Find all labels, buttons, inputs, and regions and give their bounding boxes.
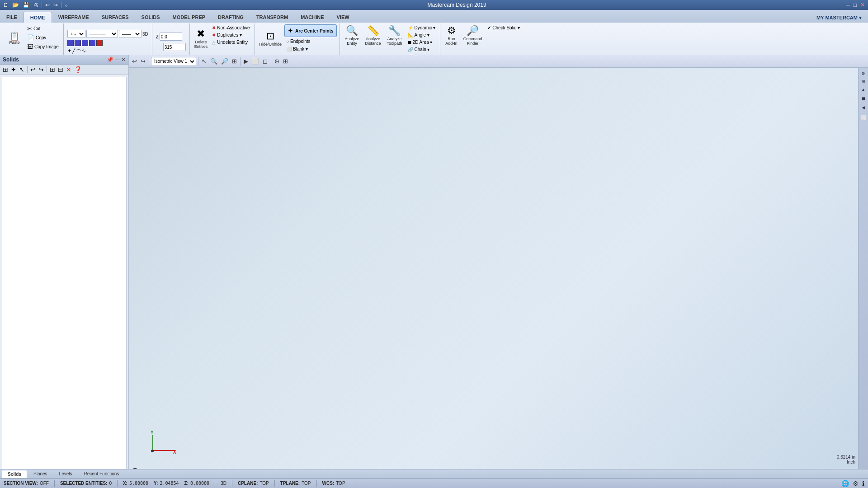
color-swatch-2[interactable] bbox=[75, 40, 81, 46]
right-panel-btn-6[interactable]: ⬜ bbox=[860, 113, 866, 122]
panel-tool-add[interactable]: ✦ bbox=[10, 66, 17, 74]
tab-transform[interactable]: TRANSFORM bbox=[250, 12, 294, 23]
duplicates-button[interactable]: ✖ Duplicates ▾ bbox=[210, 32, 251, 38]
panel-tool-help[interactable]: ❓ bbox=[73, 66, 83, 74]
tab-solids[interactable]: Solids bbox=[2, 470, 27, 478]
arc-center-points-button[interactable]: ✦ Arc Center Points bbox=[284, 24, 336, 37]
plus-minus-select[interactable]: + - bbox=[67, 30, 85, 38]
minimize-btn[interactable]: ─ bbox=[844, 2, 851, 8]
qat-undo[interactable]: ↩ bbox=[44, 2, 51, 8]
tab-model-prep[interactable]: MODEL PREP bbox=[166, 12, 212, 23]
toolbar-shading[interactable]: ⬜ bbox=[250, 57, 260, 66]
toolbar-zoom-in[interactable]: 🔍 bbox=[209, 57, 219, 66]
right-panel-btn-2[interactable]: ⊞ bbox=[860, 79, 866, 85]
paste-button[interactable]: 📋 Paste bbox=[5, 24, 24, 52]
tab-drafting[interactable]: DRAFTING bbox=[212, 12, 250, 23]
tab-home[interactable]: HOME bbox=[24, 12, 52, 23]
settings-icon[interactable]: ⚙ bbox=[853, 480, 859, 487]
tab-recent-functions[interactable]: Recent Functions bbox=[79, 470, 125, 478]
qat-misc[interactable]: ⬦ bbox=[63, 2, 69, 8]
command-finder-button[interactable]: 🔎 CommandFinder bbox=[461, 24, 485, 47]
copy-image-button[interactable]: 🖼 Copy Image bbox=[25, 42, 61, 51]
panel-tool-contract[interactable]: ⊟ bbox=[57, 66, 64, 74]
right-panel-btn-4[interactable]: ◼ bbox=[860, 95, 866, 103]
my-mastercam-btn[interactable]: MY MASTERCAM ▾ bbox=[810, 13, 868, 23]
toolbar-zoom-out[interactable]: 🔎 bbox=[220, 57, 230, 66]
toolbar-grid[interactable]: ⊞ bbox=[282, 57, 289, 66]
right-panel-btn-5[interactable]: ▶ bbox=[860, 104, 866, 112]
qat-save[interactable]: 💾 bbox=[21, 2, 31, 8]
maximize-btn[interactable]: □ bbox=[852, 2, 858, 8]
blank-button[interactable]: ⬜ Blank ▾ bbox=[284, 46, 336, 52]
line-width-select[interactable]: —— bbox=[119, 30, 142, 38]
paste-label: Paste bbox=[9, 41, 19, 45]
chain-button[interactable]: 🔗 Chain ▾ bbox=[406, 46, 438, 53]
panel-tool-select[interactable]: ⊞ bbox=[2, 66, 9, 74]
panel-pin-btn[interactable]: 📌 bbox=[107, 56, 113, 63]
copy-label: Copy bbox=[36, 35, 46, 40]
panel-tool-undo[interactable]: ↩ bbox=[29, 66, 37, 74]
viewport[interactable]: Y X Top 0.6214 in Inch bbox=[129, 68, 868, 478]
second-input[interactable] bbox=[163, 43, 186, 51]
toolbar-fit[interactable]: ⊞ bbox=[231, 57, 238, 66]
tab-levels[interactable]: Levels bbox=[54, 470, 78, 478]
non-associative-button[interactable]: ✖ Non-Associative bbox=[210, 24, 251, 31]
z-input[interactable] bbox=[160, 33, 182, 41]
panel-tool-cursor[interactable]: ↖ bbox=[18, 66, 25, 74]
close-btn[interactable]: ✕ bbox=[859, 2, 866, 8]
toolbar-select[interactable]: ↖ bbox=[200, 57, 208, 66]
delete-entities-button[interactable]: ✖ DeleteEntities bbox=[193, 24, 210, 52]
color-swatch-4[interactable] bbox=[89, 40, 95, 46]
info-icon[interactable]: ℹ bbox=[862, 480, 864, 487]
analyze-distance-button[interactable]: 📏 AnalyzeDistance bbox=[363, 24, 383, 47]
color-swatch-1[interactable] bbox=[67, 40, 74, 46]
copy-button[interactable]: 📄 Copy bbox=[25, 33, 61, 42]
right-panel-btn-1[interactable]: ⚙ bbox=[860, 70, 866, 77]
color-swatch-3[interactable] bbox=[82, 40, 88, 46]
panel-tool-cancel[interactable]: ✕ bbox=[65, 66, 72, 74]
run-add-in-button[interactable]: ⚙ RunAdd-In bbox=[443, 24, 460, 47]
tab-solids[interactable]: SOLIDS bbox=[135, 12, 166, 23]
toolbar-snap[interactable]: ⊕ bbox=[273, 57, 281, 66]
y-coord-status: Y: 2.04854 bbox=[154, 481, 179, 486]
wcs-label: WCS: bbox=[322, 481, 335, 486]
panel-close-btn[interactable]: ✕ bbox=[121, 56, 126, 63]
endpoints-button[interactable]: ○ Endpoints bbox=[284, 38, 336, 45]
tab-machine[interactable]: MACHINE bbox=[294, 12, 330, 23]
tab-view[interactable]: VIEW bbox=[330, 12, 356, 23]
tab-file[interactable]: FILE bbox=[0, 12, 24, 23]
attributes-row-1: + - ───── —— 3D bbox=[67, 30, 148, 38]
undelete-icon: △ bbox=[212, 40, 216, 45]
line-style-select[interactable]: ───── bbox=[86, 30, 118, 38]
qat-open[interactable]: 📂 bbox=[11, 2, 20, 8]
cut-button[interactable]: ✂ Cut bbox=[25, 24, 61, 33]
toolbar-render[interactable]: ▶ bbox=[242, 57, 250, 66]
panel-tool-expand[interactable]: ⊞ bbox=[49, 66, 56, 74]
toolbar-view-select[interactable]: Isometric View 1 Top bbox=[151, 57, 196, 66]
qat-print[interactable]: 🖨 bbox=[32, 2, 40, 8]
tab-planes[interactable]: Planes bbox=[28, 470, 53, 478]
right-panel-btn-3[interactable]: ▼ bbox=[860, 86, 866, 94]
qat-new[interactable]: 🗋 bbox=[2, 2, 10, 8]
globe-icon[interactable]: 🌐 bbox=[841, 480, 849, 487]
tplane-label: TPLANE: bbox=[280, 481, 300, 486]
check-solid-button[interactable]: ✔ Check Solid ▾ bbox=[486, 24, 522, 31]
qat-redo[interactable]: ↪ bbox=[52, 2, 59, 8]
tab-surfaces[interactable]: SURFACES bbox=[95, 12, 135, 23]
2d-area-button[interactable]: ◼ 2D Area ▾ bbox=[406, 39, 438, 46]
analyze-toolpath-button[interactable]: 🔧 AnalyzeToolpath bbox=[385, 24, 405, 47]
color-swatch-5[interactable] bbox=[96, 40, 103, 46]
2d-area-icon: ◼ bbox=[408, 40, 411, 45]
tab-wireframe[interactable]: WIREFRAME bbox=[52, 12, 95, 23]
toolbar-redo[interactable]: ↪ bbox=[139, 57, 147, 66]
undelete-button[interactable]: △ Undelete Entity bbox=[210, 39, 251, 46]
panel-collapse-btn[interactable]: ─ bbox=[115, 56, 119, 63]
toolbar-undo[interactable]: ↩ bbox=[131, 57, 138, 66]
toolbar-wireframe[interactable]: ◻ bbox=[261, 57, 269, 66]
analyze-entity-button[interactable]: 🔍 AnalyzeEntity bbox=[343, 24, 362, 47]
hide-unhide-button[interactable]: ⊡ Hide/Unhide bbox=[258, 24, 284, 52]
panel-tool-redo[interactable]: ↪ bbox=[38, 66, 45, 74]
angle-button[interactable]: 📐 Angle ▾ bbox=[406, 32, 438, 38]
status-sep-4 bbox=[232, 480, 232, 487]
dynamic-button[interactable]: ⚡ Dynamic ▾ bbox=[406, 24, 438, 31]
